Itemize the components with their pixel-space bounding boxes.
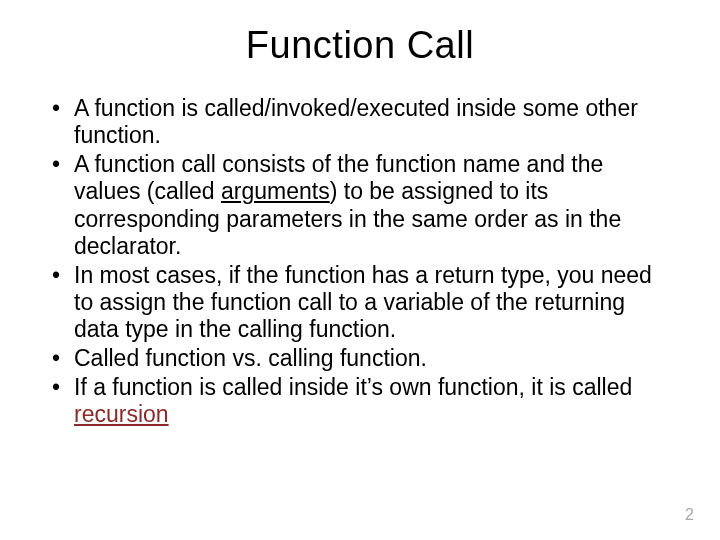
bullet-text: A function is called/invoked/executed in…	[74, 95, 638, 148]
slide-title: Function Call	[48, 24, 672, 67]
page-number: 2	[685, 506, 694, 524]
list-item: Called function vs. calling function.	[48, 345, 672, 372]
recursion-word: recursion	[74, 401, 169, 427]
list-item: A function is called/invoked/executed in…	[48, 95, 672, 149]
bullet-text-pre: If a function is called inside it’s own …	[74, 374, 632, 400]
bullet-text: In most cases, if the function has a ret…	[74, 262, 652, 342]
bullet-text: Called function vs. calling function.	[74, 345, 427, 371]
slide: Function Call A function is called/invok…	[0, 0, 720, 540]
list-item: In most cases, if the function has a ret…	[48, 262, 672, 343]
list-item: A function call consists of the function…	[48, 151, 672, 260]
list-item: If a function is called inside it’s own …	[48, 374, 672, 428]
underlined-word: arguments	[221, 178, 330, 204]
bullet-list: A function is called/invoked/executed in…	[48, 95, 672, 429]
